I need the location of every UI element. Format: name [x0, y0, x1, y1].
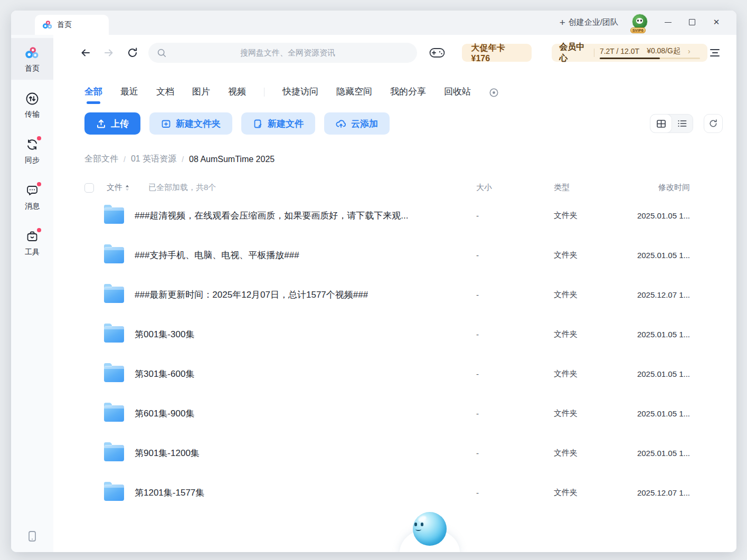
- column-type[interactable]: 类型: [554, 183, 632, 193]
- tab-my-shares[interactable]: 我的分享: [390, 86, 426, 104]
- file-type: 文件夹: [554, 250, 632, 260]
- member-center-label: 会员中心: [559, 42, 589, 64]
- file-type: 文件夹: [554, 409, 632, 419]
- column-file[interactable]: 文件: [107, 183, 122, 193]
- select-all-checkbox[interactable]: [84, 183, 94, 193]
- file-size: -: [476, 409, 554, 418]
- view-toggle: [650, 114, 693, 133]
- sidebar-label-home: 首页: [25, 64, 40, 73]
- divider: [594, 49, 594, 57]
- quota-usage: 7.2T / 12.0T: [600, 47, 639, 55]
- table-row[interactable]: 第901集-1200集 - 文件夹 2025.01.05 1...: [53, 433, 736, 473]
- promo-annual-card-button[interactable]: 大促年卡¥176: [462, 44, 532, 62]
- sidebar-item-home[interactable]: 首页: [11, 38, 53, 80]
- new-file-button[interactable]: 新建文件: [241, 112, 315, 135]
- file-name[interactable]: 第601集-900集: [135, 407, 194, 420]
- create-team-button[interactable]: + 创建企业/团队: [560, 17, 618, 27]
- tab-hidden-space[interactable]: 隐藏空间: [336, 86, 372, 104]
- target-icon[interactable]: [489, 88, 499, 98]
- upload-label: 上传: [111, 118, 129, 130]
- breadcrumb-separator: /: [182, 155, 184, 164]
- folder-icon: [104, 287, 124, 303]
- table-row[interactable]: 第1201集-1577集 - 文件夹 2025.12.07 1...: [53, 473, 736, 512]
- table-row[interactable]: 第001集-300集 - 文件夹 2025.01.05 1...: [53, 315, 736, 354]
- category-tabs: 全部 最近 文档 图片 视频 快捷访问 隐藏空间 我的分享 回收站: [53, 86, 736, 104]
- breadcrumb-root[interactable]: 全部文件: [84, 154, 118, 165]
- breadcrumb-separator: /: [124, 155, 126, 164]
- cloud-add-button[interactable]: 云添加: [324, 112, 390, 135]
- netdisk-logo-icon: [42, 20, 53, 30]
- sidebar-item-transfer[interactable]: 传输: [11, 84, 53, 126]
- tab-recent[interactable]: 最近: [120, 86, 138, 104]
- sidebar-item-tools[interactable]: 工具: [11, 222, 53, 263]
- sidebar-item-sync[interactable]: 同步: [11, 130, 53, 172]
- column-size[interactable]: 大小: [476, 183, 554, 193]
- reload-button[interactable]: [125, 45, 140, 61]
- tab-documents[interactable]: 文档: [156, 86, 174, 104]
- tab-quick-access[interactable]: 快捷访问: [282, 86, 318, 104]
- transfer-icon: [25, 91, 40, 106]
- table-row[interactable]: ###最新更新时间：2025年12月07日，总计1577个视频### - 文件夹…: [53, 275, 736, 315]
- main-panel: 搜网盘文件、全网资源资讯 大促年卡¥176 会员中心: [53, 35, 736, 552]
- minimize-button[interactable]: [663, 17, 673, 27]
- file-type: 文件夹: [554, 329, 632, 339]
- sidebar: 首页 传输: [11, 35, 53, 552]
- file-name[interactable]: 第301集-600集: [135, 368, 194, 380]
- file-name[interactable]: 第1201集-1577集: [135, 487, 204, 499]
- minimize-icon: [665, 22, 672, 23]
- netdisk-logo-icon: [25, 45, 40, 60]
- file-name[interactable]: 第901集-1200集: [135, 447, 200, 459]
- close-button[interactable]: ✕: [711, 17, 722, 27]
- file-name[interactable]: ###超清视频，在线观看会压缩画质，如果要画质好，请下载下来观...: [135, 210, 409, 222]
- sort-icon[interactable]: [125, 185, 129, 191]
- file-size: -: [476, 369, 554, 378]
- table-row[interactable]: ###支持手机、电脑、电视、平板播放### - 文件夹 2025.01.05 1…: [53, 235, 736, 275]
- tab-all[interactable]: 全部: [84, 86, 102, 104]
- tab-images[interactable]: 图片: [192, 86, 210, 104]
- table-row[interactable]: 第601集-900集 - 文件夹 2025.01.05 1...: [53, 394, 736, 433]
- folder-plus-icon: [161, 119, 171, 129]
- refresh-list-button[interactable]: [704, 114, 723, 133]
- file-type: 文件夹: [554, 211, 632, 221]
- maximize-icon: [689, 19, 695, 25]
- menu-icon[interactable]: [707, 45, 723, 61]
- search-icon: [157, 48, 167, 58]
- games-button[interactable]: [429, 44, 446, 62]
- titlebar: 首页 + 创建企业/团队 SVIP6 ✕: [11, 11, 736, 35]
- file-name[interactable]: 第001集-300集: [135, 328, 194, 340]
- file-modified-time: 2025.01.05 1...: [632, 251, 690, 260]
- back-button[interactable]: [78, 45, 93, 61]
- maximize-button[interactable]: [687, 17, 697, 27]
- file-type: 文件夹: [554, 369, 632, 379]
- member-center-button[interactable]: 会员中心 7.2T / 12.0T ¥0.08/G起 ›: [552, 44, 707, 62]
- sidebar-label-tools: 工具: [25, 248, 40, 257]
- breadcrumb-folder[interactable]: 01 英语资源: [131, 154, 176, 165]
- promo-label: 大促年卡¥176: [471, 43, 523, 63]
- list-view-button[interactable]: [672, 115, 693, 132]
- mobile-app-button[interactable]: [11, 530, 53, 552]
- actions-row: 上传 新建文件夹: [53, 112, 736, 135]
- file-modified-time: 2025.01.05 1...: [632, 409, 690, 418]
- file-name[interactable]: ###最新更新时间：2025年12月07日，总计1577个视频###: [135, 289, 368, 301]
- file-name[interactable]: ###支持手机、电脑、电视、平板播放###: [135, 249, 299, 261]
- new-folder-button[interactable]: 新建文件夹: [149, 112, 232, 135]
- file-table-header: 文件 已全部加载，共8个 大小 类型 修改时间: [53, 183, 736, 193]
- sidebar-label-transfer: 传输: [25, 110, 40, 119]
- search-input[interactable]: 搜网盘文件、全网资源资讯: [148, 43, 417, 63]
- sync-icon: [25, 137, 40, 152]
- table-row[interactable]: ###超清视频，在线观看会压缩画质，如果要画质好，请下载下来观... - 文件夹…: [53, 196, 736, 235]
- tab-videos[interactable]: 视频: [228, 86, 246, 104]
- forward-button[interactable]: [101, 45, 117, 61]
- upload-button[interactable]: 上传: [84, 112, 140, 135]
- avatar[interactable]: SVIP6: [632, 14, 649, 31]
- table-row[interactable]: 第301集-600集 - 文件夹 2025.01.05 1...: [53, 354, 736, 394]
- folder-icon: [104, 326, 124, 343]
- tab-recycle-bin[interactable]: 回收站: [444, 86, 471, 104]
- sidebar-item-messages[interactable]: 消息: [11, 176, 53, 217]
- file-modified-time: 2025.12.07 1...: [632, 488, 690, 497]
- home-tab[interactable]: 首页: [35, 15, 109, 35]
- phone-icon: [26, 530, 38, 543]
- cloud-upload-icon: [336, 119, 346, 129]
- column-modified-time[interactable]: 修改时间: [632, 183, 690, 193]
- grid-view-button[interactable]: [650, 115, 672, 132]
